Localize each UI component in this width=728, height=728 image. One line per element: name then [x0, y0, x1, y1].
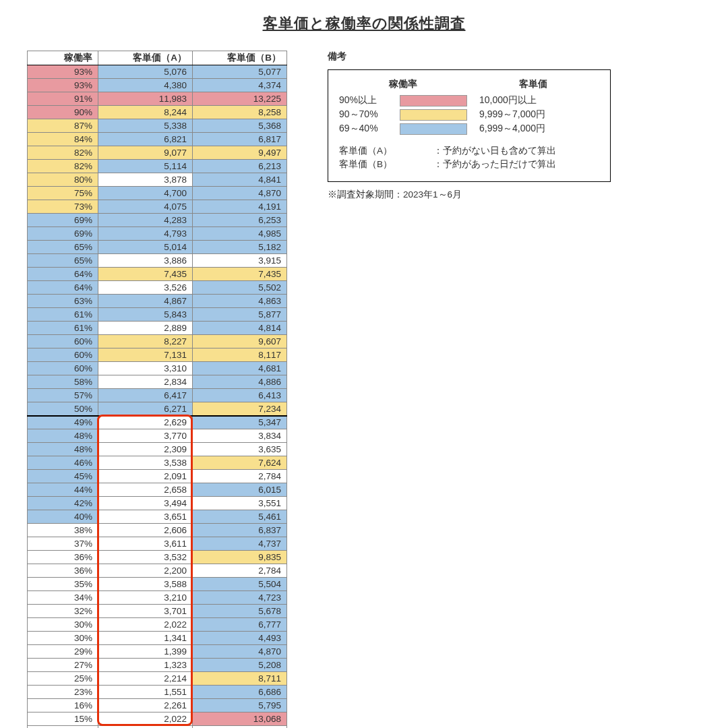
cell-a: 2,261 — [98, 699, 193, 712]
table-row: 29%1,3994,870 — [28, 645, 287, 659]
cell-a: 6,417 — [98, 389, 193, 402]
cell-b: 4,814 — [193, 322, 287, 335]
cell-rate: 46% — [28, 456, 98, 470]
table-row: 63%4,8674,863 — [28, 295, 287, 308]
cell-b: 8,711 — [193, 672, 287, 686]
table-row: 69%4,2836,253 — [28, 214, 287, 227]
legend-rate-label: 69～40% — [339, 123, 400, 135]
cell-rate: 65% — [28, 241, 98, 254]
cell-a: 2,091 — [98, 470, 193, 483]
cell-rate: 40% — [28, 510, 98, 524]
cell-rate: 48% — [28, 443, 98, 456]
table-row: 57%6,4176,413 — [28, 389, 287, 402]
cell-b: 6,686 — [193, 686, 287, 699]
cell-a: 2,834 — [98, 375, 193, 389]
cell-a: 2,889 — [98, 322, 193, 335]
cell-b: 5,077 — [193, 65, 287, 79]
cell-a: 1,399 — [98, 726, 193, 729]
cell-a: 4,075 — [98, 200, 193, 214]
cell-a: 3,651 — [98, 510, 193, 524]
legend-row: 90～70%9,999～7,000円 — [339, 109, 599, 121]
data-table-wrap: 稼働率 客単価（A） 客単価（B） 93%5,0765,07793%4,3804… — [27, 51, 287, 728]
cell-b: 2,784 — [193, 470, 287, 483]
table-row: 82%5,1146,213 — [28, 160, 287, 173]
table-row: 15%2,02213,068 — [28, 712, 287, 726]
cell-rate: 60% — [28, 335, 98, 348]
cell-b: 6,837 — [193, 524, 287, 537]
table-row: 58%2,8344,886 — [28, 375, 287, 389]
cell-rate: 27% — [28, 659, 98, 672]
cell-a: 3,310 — [98, 362, 193, 375]
legend-note-key: 客単価（B） — [339, 158, 433, 171]
cell-a: 4,380 — [98, 79, 193, 92]
cell-b: 5,368 — [193, 119, 287, 133]
cell-b: 5,208 — [193, 659, 287, 672]
table-row: 91%11,98313,225 — [28, 92, 287, 106]
cell-b: 5,461 — [193, 510, 287, 524]
cell-b: 2,782 — [193, 726, 287, 729]
table-row: 93%4,3804,374 — [28, 79, 287, 92]
cell-b: 7,234 — [193, 402, 287, 416]
cell-a: 2,629 — [98, 416, 193, 429]
table-row: 75%4,7004,870 — [28, 187, 287, 200]
cell-b: 4,681 — [193, 362, 287, 375]
cell-rate: 35% — [28, 578, 98, 591]
table-row: 48%2,3093,635 — [28, 443, 287, 456]
cell-a: 4,793 — [98, 227, 193, 241]
table-row: 65%5,0145,182 — [28, 241, 287, 254]
cell-rate: 69% — [28, 214, 98, 227]
cell-a: 2,606 — [98, 524, 193, 537]
cell-b: 2,784 — [193, 564, 287, 578]
cell-rate: 32% — [28, 605, 98, 618]
cell-rate: 36% — [28, 564, 98, 578]
cell-rate: 37% — [28, 537, 98, 551]
cell-b: 4,737 — [193, 537, 287, 551]
cell-b: 4,191 — [193, 200, 287, 214]
cell-b: 4,493 — [193, 632, 287, 645]
cell-rate: 93% — [28, 65, 98, 79]
cell-b: 6,413 — [193, 389, 287, 402]
cell-b: 4,841 — [193, 173, 287, 187]
table-row: 32%3,7015,678 — [28, 605, 287, 618]
table-row: 30%2,0226,777 — [28, 618, 287, 632]
table-row: 36%3,5329,835 — [28, 551, 287, 564]
legend-swatch — [400, 123, 467, 135]
table-row: 40%3,6515,461 — [28, 510, 287, 524]
cell-rate: 61% — [28, 308, 98, 322]
cell-rate: 82% — [28, 160, 98, 173]
col-b-header: 客単価（B） — [193, 51, 287, 65]
cell-b: 6,817 — [193, 133, 287, 146]
cell-rate: 73% — [28, 200, 98, 214]
cell-b: 9,607 — [193, 335, 287, 348]
cell-a: 2,200 — [98, 564, 193, 578]
cell-a: 2,022 — [98, 712, 193, 726]
cell-b: 13,225 — [193, 92, 287, 106]
cell-b: 9,835 — [193, 551, 287, 564]
cell-rate: 64% — [28, 281, 98, 295]
cell-a: 5,843 — [98, 308, 193, 322]
table-row: 82%9,0779,497 — [28, 146, 287, 160]
legend-rate-label: 90%以上 — [339, 94, 400, 107]
cell-b: 4,863 — [193, 295, 287, 308]
cell-rate: 60% — [28, 348, 98, 362]
cell-b: 6,213 — [193, 160, 287, 173]
table-row: 38%2,6066,837 — [28, 524, 287, 537]
cell-b: 7,435 — [193, 268, 287, 281]
table-row: 23%1,5516,686 — [28, 686, 287, 699]
table-row: 87%5,3385,368 — [28, 119, 287, 133]
cell-rate: 60% — [28, 362, 98, 375]
table-row: 45%2,0912,784 — [28, 470, 287, 483]
table-row: 60%8,2279,607 — [28, 335, 287, 348]
cell-a: 3,886 — [98, 254, 193, 268]
legend-title: 備考 — [328, 51, 701, 63]
cell-b: 6,777 — [193, 618, 287, 632]
cell-a: 2,658 — [98, 483, 193, 497]
cell-b: 3,834 — [193, 429, 287, 443]
legend-swatch — [400, 95, 467, 107]
table-row: 84%6,8216,817 — [28, 133, 287, 146]
legend-note-val: ：予約がない日も含めて算出 — [433, 144, 556, 158]
table-row: 44%2,6586,015 — [28, 483, 287, 497]
cell-b: 3,551 — [193, 497, 287, 510]
cell-a: 3,770 — [98, 429, 193, 443]
cell-rate: 30% — [28, 632, 98, 645]
